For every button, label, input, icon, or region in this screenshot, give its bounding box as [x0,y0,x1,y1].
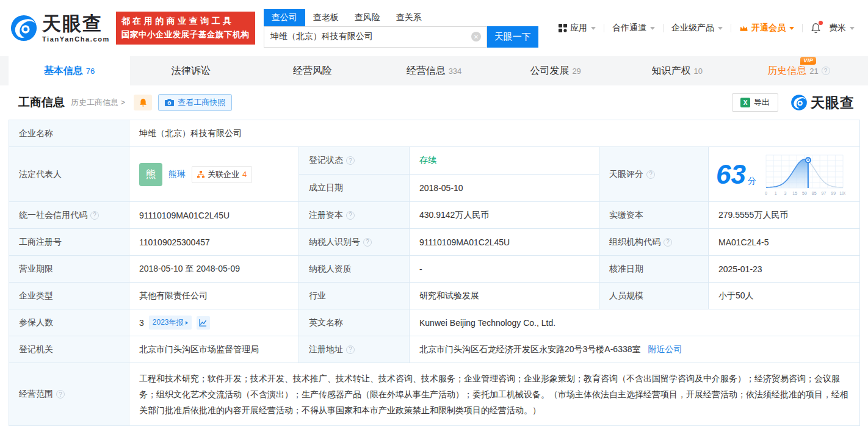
nav-enterprise-label: 企业级产品 [671,23,714,34]
nav-user[interactable]: 费米 [829,23,855,34]
search-area: 查公司 查老板 查风险 查关系 ✕ 天眼一下 [264,9,538,48]
nav-cooperation-label: 合作通道 [612,23,646,34]
taxpayer-qualification-value: - [410,256,599,283]
reg-number-value: 110109025300457 [129,229,299,256]
annual-report-badge[interactable]: 2023年报 [149,316,192,330]
related-companies-label: 关联企业 [208,169,239,180]
insured-count: 3 [139,318,144,328]
help-icon[interactable]: ? [664,238,672,247]
score-value: 63 分 [716,161,756,188]
help-icon[interactable]: ? [363,238,372,247]
field-label: 英文名称 [299,309,410,336]
tab-legal-litigation[interactable]: 法律诉讼 [130,56,251,85]
nav-vip[interactable]: 开通会员 [739,23,794,34]
search-input[interactable] [264,27,486,47]
score-cell[interactable]: 63 分 [709,147,860,202]
chevron-down-icon [650,27,655,30]
tab-label: 基本信息 [44,65,83,78]
tab-business-info[interactable]: 经营信息 334 [373,56,494,85]
tab-intellectual-property[interactable]: 知识产权 10 [617,56,738,85]
tianyancha-logo[interactable]: 天眼查 TianYanCha.com [10,14,110,43]
help-icon[interactable]: ? [822,67,830,75]
clear-icon[interactable]: ✕ [471,32,481,42]
tab-count: 29 [572,67,580,76]
trend-chart-button[interactable] [197,316,210,330]
search-tab-risk[interactable]: 查风险 [347,9,388,26]
tab-count: 10 [694,67,703,76]
table-row: 法定代表人 熊 熊琳 关联企业 4 登记状态? 存续 [9,147,860,175]
business-scope-value: 工程和技术研究；软件开发；技术开发、技术推广、技术转让、技术咨询、技术服务；企业… [129,363,860,426]
tab-count: 334 [449,67,462,76]
tianyancha-watermark: 天眼查 [790,93,855,112]
bell-icon [139,98,148,107]
nav-apps[interactable]: 应用 [559,23,596,34]
field-label: 核准日期 [599,256,709,283]
camera-icon [165,99,174,107]
field-label: 经营范围? [9,363,129,426]
search-tab-relation[interactable]: 查关系 [388,9,430,26]
field-label: 实缴资本 [599,202,709,229]
notification-dot [819,21,823,25]
legal-rep-avatar[interactable]: 熊 [139,163,162,186]
field-label: 参保人数 [9,309,129,336]
export-button[interactable]: X 导出 [732,93,778,112]
tab-operation-risk[interactable]: 经营风险 [251,56,373,85]
field-label: 登记机关 [9,336,129,363]
crown-icon [739,24,748,32]
help-icon[interactable]: ? [346,211,355,220]
table-row: 参保人数 3 2023年报 英文名称 Kunwei Beijing Techno… [9,309,860,336]
history-registration-link[interactable]: 历史工商信息 > [71,97,125,108]
business-term-value: 2018-05-10 至 2048-05-09 [129,256,299,283]
related-companies-count: 4 [242,170,247,179]
tab-basic-info[interactable]: 基本信息 76 [9,56,130,85]
svg-text:97: 97 [822,191,826,195]
table-row: 统一社会信用代码? 91110109MA01C2L45U 注册资本? 430.9… [9,202,860,229]
caret-right-icon [186,321,188,325]
subscribe-bell-button[interactable] [134,95,152,110]
tab-history-info[interactable]: 历史信息 VIP 21 ? [738,56,859,85]
tab-count: 76 [86,67,95,76]
view-snapshot-button[interactable]: 查看工商快照 [158,94,232,111]
approval-date-value: 2025-01-23 [709,256,860,283]
svg-text:3: 3 [784,191,787,195]
search-tab-boss[interactable]: 查老板 [305,9,347,26]
vip-badge: VIP [800,57,816,65]
tianyancha-logo-icon [790,94,808,111]
chevron-down-icon [718,27,723,30]
help-icon[interactable]: ? [346,156,355,165]
notifications-bell[interactable] [811,23,821,34]
slogan-line2: 国家中小企业发展子基金旗下机构 [121,29,250,40]
help-icon[interactable]: ? [346,345,355,354]
help-icon[interactable]: ? [646,170,655,179]
field-label: 工商注册号 [9,229,129,256]
tab-company-development[interactable]: 公司发展 29 [495,56,617,85]
score-chart-svg: 0131550859799100 [764,151,845,198]
chevron-down-icon [850,27,855,30]
username: 费米 [829,23,846,34]
legal-rep-link[interactable]: 熊琳 [168,169,186,180]
nearby-companies-link[interactable]: 附近公司 [648,344,682,354]
help-icon[interactable]: ? [90,211,99,220]
field-label: 行业 [299,283,410,309]
taxpayer-id-value: 91110109MA01C2L45U [410,229,599,256]
search-button[interactable]: 天眼一下 [487,26,538,48]
field-label: 纳税人识别号? [299,229,410,256]
reg-capital-value: 430.9142万人民币 [410,202,599,229]
svg-text:1: 1 [775,191,777,195]
field-label: 企业名称 [9,120,129,147]
help-icon[interactable]: ? [56,390,65,399]
field-label: 法定代表人 [9,147,129,202]
tab-label: 法律诉讼 [172,65,211,78]
field-label: 成立日期 [299,175,410,202]
excel-icon: X [740,98,750,107]
tab-label: 历史信息 VIP [767,65,806,78]
nav-cooperation[interactable]: 合作通道 [612,23,655,34]
search-tab-company[interactable]: 查公司 [264,9,305,26]
field-label: 注册资本? [299,202,410,229]
nav-divider [731,24,731,32]
svg-text:50: 50 [802,191,807,195]
nav-enterprise-products[interactable]: 企业级产品 [671,23,723,34]
related-companies-badge[interactable]: 关联企业 4 [192,166,252,183]
registry-authority-value: 北京市门头沟区市场监督管理局 [129,336,299,363]
score-marker-dot [807,159,809,161]
